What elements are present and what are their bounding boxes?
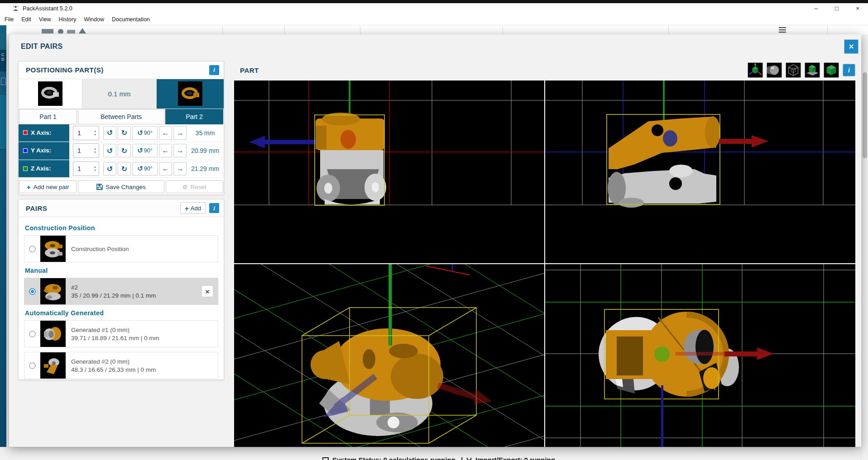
hamburger-menu-icon[interactable] bbox=[779, 27, 786, 33]
z-axis-buttons: ↺ ↻ ↺90° ← → bbox=[103, 162, 187, 175]
spin-up-icon[interactable]: ▲ bbox=[94, 147, 97, 151]
sidebar-clipped-label: C bbox=[1, 52, 6, 57]
pairs-info-button[interactable]: i bbox=[209, 203, 219, 213]
viewport-top-left-canvas[interactable] bbox=[234, 81, 544, 263]
pair-entry-construction[interactable]: Construction Position bbox=[24, 235, 218, 262]
y-rotate-ccw-button[interactable]: ↺ bbox=[103, 144, 116, 157]
solid-cube-icon[interactable] bbox=[824, 62, 839, 78]
part2-selector-selected[interactable] bbox=[157, 79, 224, 109]
pairs-card: PAIRS + Add i Construction Position bbox=[18, 199, 224, 380]
reset-button[interactable]: ⊘ Reset bbox=[166, 180, 223, 193]
menu-file[interactable]: File bbox=[5, 16, 14, 23]
viewport-bottom-right[interactable] bbox=[545, 264, 855, 447]
x-rotate-ccw-button[interactable]: ↺ bbox=[103, 126, 116, 140]
x-axis-label: X Axis: bbox=[19, 124, 69, 142]
wireframe-cube-icon[interactable] bbox=[786, 62, 801, 78]
viewport-bottom-right-canvas[interactable] bbox=[545, 264, 855, 447]
x-step-left-button[interactable]: ← bbox=[159, 126, 172, 140]
z-axis-label-text: Z Axis: bbox=[31, 165, 51, 172]
y-step-right-button[interactable]: → bbox=[173, 144, 187, 157]
part1-thumbnail bbox=[38, 81, 62, 106]
z-axis-step-value: 1 bbox=[73, 165, 91, 172]
z-rotate-90-button[interactable]: ↺90° bbox=[132, 162, 158, 175]
sidebar-clipped-labels: C D bbox=[0, 50, 6, 71]
viewport-bottom-left-canvas[interactable] bbox=[234, 264, 544, 447]
close-window-button[interactable]: × bbox=[847, 3, 868, 14]
spin-up-icon[interactable]: ▲ bbox=[94, 129, 97, 133]
z-rotate-ccw-button[interactable]: ↺ bbox=[103, 162, 116, 175]
maximize-button[interactable]: □ bbox=[826, 3, 847, 14]
page-scrollbar[interactable] bbox=[861, 34, 868, 460]
tab-part-2[interactable]: Part 2 bbox=[165, 109, 223, 124]
add-new-pair-label: Add new pair bbox=[34, 184, 69, 190]
dialog-title: EDIT PAIRS bbox=[21, 43, 63, 51]
sidebar-clipped-label: D bbox=[1, 57, 6, 62]
generated-2-radio[interactable] bbox=[29, 362, 36, 369]
y-axis-row: Y Axis: 1 ▲▼ ↺ ↻ ↺90° ← → 20.99 mm bbox=[19, 142, 224, 160]
menu-edit[interactable]: Edit bbox=[21, 16, 31, 23]
pair-entry-generated-1[interactable]: Generated #1 (0 mm) 39.71 / 18.89 / 21.6… bbox=[24, 320, 218, 347]
x-axis-spinner[interactable]: ▲▼ bbox=[91, 129, 99, 137]
save-changes-button[interactable]: Save Changes bbox=[78, 180, 164, 193]
x-step-right-button[interactable]: → bbox=[173, 126, 187, 140]
manual-2-entry-text: #2 35 / 20.99 / 21.29 mm | 0.1 mm bbox=[71, 284, 201, 299]
z-axis-label: Z Axis: bbox=[19, 160, 69, 178]
minimize-button[interactable]: – bbox=[806, 3, 826, 14]
scrollbar-thumb[interactable] bbox=[863, 72, 867, 158]
menu-view[interactable]: View bbox=[39, 16, 51, 23]
y-rotate-90-button[interactable]: ↺90° bbox=[132, 144, 158, 157]
viewport-top-left[interactable] bbox=[234, 81, 544, 263]
shaded-sphere-icon[interactable] bbox=[767, 62, 782, 78]
spin-up-icon[interactable]: ▲ bbox=[94, 165, 97, 169]
tab-between-parts[interactable]: Between Parts bbox=[78, 109, 164, 124]
pair-entry-manual-2[interactable]: #2 35 / 20.99 / 21.29 mm | 0.1 mm × bbox=[24, 278, 218, 305]
y-step-left-button[interactable]: ← bbox=[159, 144, 172, 157]
generated-1-radio[interactable] bbox=[29, 331, 36, 337]
x-axis-offset-value: 35 mm bbox=[187, 129, 224, 137]
pair-entry-title: #2 bbox=[71, 284, 201, 291]
positioning-info-button[interactable]: i bbox=[209, 65, 219, 75]
z-step-right-button[interactable]: → bbox=[173, 162, 187, 175]
menu-window[interactable]: Window bbox=[84, 16, 104, 23]
y-axis-spinner[interactable]: ▲▼ bbox=[91, 147, 99, 154]
spin-down-icon[interactable]: ▼ bbox=[94, 169, 97, 172]
pairs-add-label: Add bbox=[191, 205, 201, 212]
pair-entry-generated-2[interactable]: Generated #2 (0 mm) 48.3 / 16.65 / 26.33… bbox=[24, 352, 218, 379]
toolbar-separator bbox=[360, 26, 360, 34]
part-info-button[interactable]: i bbox=[843, 64, 855, 76]
rotate-90-icon: ↺ bbox=[137, 165, 143, 173]
menu-documentation[interactable]: Documentation bbox=[112, 16, 150, 23]
y-axis-step-input[interactable]: 1 ▲▼ bbox=[73, 143, 99, 158]
y-rotate-cw-button[interactable]: ↻ bbox=[118, 144, 131, 157]
x-axis-step-input[interactable]: 1 ▲▼ bbox=[73, 126, 99, 140]
save-changes-label: Save Changes bbox=[106, 184, 146, 190]
y-axis-label-text: Y Axis: bbox=[31, 147, 51, 154]
z-axis-step-input[interactable]: 1 ▲▼ bbox=[73, 161, 99, 176]
construction-radio[interactable] bbox=[29, 246, 36, 252]
viewport-bottom-left[interactable] bbox=[234, 264, 544, 447]
part1-selector[interactable] bbox=[19, 79, 82, 109]
menu-history[interactable]: History bbox=[59, 16, 77, 23]
viewport-top-right[interactable] bbox=[545, 81, 855, 263]
toolbar-separator bbox=[284, 26, 285, 34]
part-viewport-grid bbox=[234, 81, 855, 447]
pairs-add-button[interactable]: + Add bbox=[180, 202, 206, 214]
spin-down-icon[interactable]: ▼ bbox=[94, 151, 97, 154]
z-axis-spinner[interactable]: ▲▼ bbox=[91, 165, 99, 172]
x-rotate-cw-button[interactable]: ↻ bbox=[118, 126, 131, 140]
viewport-top-right-canvas[interactable] bbox=[545, 81, 855, 263]
tab-part-1[interactable]: Part 1 bbox=[19, 109, 77, 124]
dialog-close-button[interactable]: × bbox=[844, 39, 858, 54]
add-new-pair-button[interactable]: + Add new pair bbox=[19, 180, 77, 193]
z-step-left-button[interactable]: ← bbox=[159, 162, 172, 175]
positioning-parts-card: POSITIONING PART(S) i 0.1 mm bbox=[18, 61, 224, 195]
cube-on-grid-icon[interactable] bbox=[805, 62, 820, 78]
manual-2-radio[interactable] bbox=[29, 288, 36, 295]
spin-down-icon[interactable]: ▼ bbox=[94, 133, 97, 137]
x-rotate-90-button[interactable]: ↺90° bbox=[132, 126, 158, 140]
z-rotate-cw-button[interactable]: ↻ bbox=[118, 162, 131, 175]
x-axis-color-swatch bbox=[23, 130, 28, 135]
orientation-cube-axes-icon[interactable] bbox=[748, 62, 763, 78]
sidebar-segment bbox=[0, 34, 6, 50]
delete-pair-button[interactable]: × bbox=[201, 285, 213, 297]
